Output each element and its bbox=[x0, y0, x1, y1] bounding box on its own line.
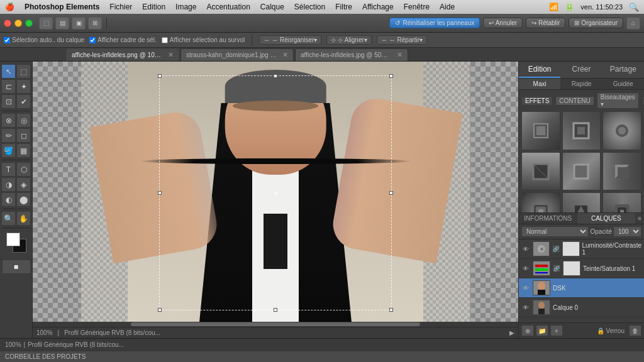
dodge-tool[interactable]: ◐ bbox=[1, 192, 16, 207]
doc-tab-0[interactable]: affiche-les-infideles.png @ 100% (DSK, R… bbox=[66, 48, 179, 61]
reset-panels-button[interactable]: ↺Réinitialiser les panneaux bbox=[389, 18, 480, 28]
quick-mask-btn[interactable]: 🔲 bbox=[2, 260, 31, 274]
effect-thumb-8[interactable] bbox=[562, 192, 601, 212]
distribute-button[interactable]: ↔↔ Répartir▾ bbox=[377, 35, 427, 45]
redo-button[interactable]: ↪ Rétablir bbox=[526, 18, 565, 28]
marquee-tool[interactable]: ⬚ bbox=[16, 64, 31, 79]
horizontal-scrollbar[interactable] bbox=[33, 322, 518, 327]
brush-tool[interactable]: ✏ bbox=[1, 128, 16, 143]
tool-separator-1 bbox=[3, 111, 30, 111]
delete-layer-button[interactable]: 🗑 bbox=[629, 325, 641, 336]
home-icon[interactable]: ⌂ bbox=[626, 17, 640, 30]
reorganize-button[interactable]: ↔↔ Réorganiser▾ bbox=[259, 35, 321, 45]
sub-tab-guidee[interactable]: Guidée bbox=[602, 79, 644, 89]
menu-fichier[interactable]: Fichier bbox=[109, 3, 132, 11]
show-selection-hover-checkbox[interactable]: Afficher sélection au survol bbox=[162, 36, 245, 43]
auto-select-layer-checkbox[interactable]: Sélection auto.. du calque bbox=[4, 36, 84, 43]
layer-visibility-1[interactable]: 👁 bbox=[521, 264, 530, 273]
close-button[interactable] bbox=[4, 19, 11, 27]
foreground-color-swatch[interactable] bbox=[6, 233, 20, 246]
color-swatches[interactable] bbox=[6, 233, 26, 253]
crop-tool[interactable]: ⊡ bbox=[1, 94, 16, 109]
calques-tab[interactable]: CALQUES bbox=[577, 213, 636, 224]
gradient-tool[interactable]: ▦ bbox=[16, 143, 31, 158]
new-layer-button[interactable]: + bbox=[550, 325, 563, 336]
sharpen-tool[interactable]: ◈ bbox=[16, 177, 31, 192]
layer-visibility-3[interactable]: 👁 bbox=[521, 303, 530, 312]
layer-item-0[interactable]: 👁 ☀ 🔗 Luminosité/Contraste 1 bbox=[519, 239, 644, 259]
magic-wand-tool[interactable]: ✦ bbox=[16, 79, 31, 94]
biseautages-dropdown[interactable]: Biseautages ▾ bbox=[597, 92, 639, 109]
align-button[interactable]: ⊹⊹ Aligner▾ bbox=[326, 35, 371, 45]
paint-bucket-tool[interactable]: 🪣 bbox=[1, 143, 16, 158]
statusbar-right-arrow[interactable]: ▶ bbox=[509, 329, 514, 336]
informations-tab[interactable]: INFORMATIONS bbox=[519, 213, 577, 224]
toolbar-icon-4[interactable]: ⊞ bbox=[88, 17, 102, 30]
menu-aide[interactable]: Aide bbox=[440, 3, 455, 11]
burn-tool[interactable]: ⬤ bbox=[16, 192, 31, 207]
layer-visibility-0[interactable]: 👁 bbox=[521, 244, 530, 253]
layers-panel-options[interactable]: ≡ bbox=[635, 213, 644, 224]
effect-thumb-6[interactable] bbox=[602, 152, 641, 191]
menu-filtre[interactable]: Filtre bbox=[335, 3, 352, 11]
menu-accentuation[interactable]: Accentuation bbox=[206, 3, 250, 11]
toolbar-icon-1[interactable]: ⬚ bbox=[39, 17, 53, 30]
menu-selection[interactable]: Sélection bbox=[294, 3, 325, 11]
zoom-tool[interactable]: 🔍 bbox=[1, 211, 16, 226]
red-eye-tool[interactable]: ◎ bbox=[16, 113, 31, 128]
layer-visibility-2[interactable]: 👁 bbox=[521, 283, 530, 292]
layer-item-2[interactable]: 👁 DSK bbox=[519, 278, 644, 298]
new-group-button[interactable]: 📁 bbox=[536, 325, 548, 336]
toolbar-icon-3[interactable]: ▣ bbox=[72, 17, 86, 30]
eraser-tool[interactable]: ◻ bbox=[16, 128, 31, 143]
effect-thumb-1[interactable] bbox=[521, 111, 560, 150]
effect-thumb-5[interactable] bbox=[562, 152, 601, 191]
layer-link-1[interactable]: 🔗 bbox=[553, 265, 560, 272]
effect-thumb-3[interactable] bbox=[602, 111, 641, 150]
shape-tool[interactable]: ⬡ bbox=[16, 162, 31, 177]
organizer-button[interactable]: ⊞ Organisateur bbox=[569, 18, 623, 28]
menu-edition[interactable]: Edition bbox=[142, 3, 165, 11]
lasso-tool[interactable]: ⊏ bbox=[1, 79, 16, 94]
effect-thumb-4[interactable] bbox=[521, 152, 560, 191]
opacity-select[interactable]: 100% bbox=[613, 226, 641, 237]
doc-tab-1[interactable]: strauss-kahn_dominique1.jpg @ 100% (Calq… bbox=[180, 48, 294, 61]
effect-thumb-2[interactable] bbox=[562, 111, 601, 150]
maximize-button[interactable] bbox=[25, 19, 33, 27]
eyedropper-tool[interactable]: ✔ bbox=[16, 94, 31, 109]
minimize-button[interactable] bbox=[14, 19, 22, 27]
tab-close-2[interactable]: ✕ bbox=[397, 51, 402, 59]
menu-affichage[interactable]: Affichage bbox=[362, 3, 394, 11]
layer-item-1[interactable]: 👁 🔗 Teinte/Saturation 1 bbox=[519, 259, 644, 278]
content-tab[interactable]: CONTENU bbox=[555, 96, 594, 106]
effects-tab[interactable]: EFFETS bbox=[521, 96, 553, 106]
toolbar-icon-2[interactable]: ▤ bbox=[55, 17, 69, 30]
sub-tab-maxi[interactable]: Maxi bbox=[519, 79, 560, 89]
search-icon[interactable]: 🔍 bbox=[629, 3, 639, 12]
apple-menu[interactable]: 🍎 bbox=[5, 3, 14, 11]
effect-thumb-7[interactable] bbox=[521, 192, 560, 212]
tab-close-0[interactable]: ✕ bbox=[168, 51, 174, 59]
menu-calque[interactable]: Calque bbox=[260, 3, 284, 11]
hand-tool[interactable]: ✋ bbox=[16, 211, 31, 226]
text-tool[interactable]: T bbox=[1, 162, 16, 177]
menu-fenetre[interactable]: Fenêtre bbox=[404, 3, 430, 11]
new-adjustment-layer-button[interactable]: ⊕ bbox=[521, 325, 534, 336]
undo-button[interactable]: ↩ Annuler bbox=[483, 18, 523, 28]
blur-tool[interactable]: ◑ bbox=[1, 177, 16, 192]
tab-partage[interactable]: Partage bbox=[602, 62, 644, 78]
sub-tab-rapide[interactable]: Rapide bbox=[560, 79, 602, 89]
effect-thumb-9[interactable] bbox=[602, 192, 641, 212]
spot-healing-tool[interactable]: ⊗ bbox=[1, 113, 16, 128]
canvas-content[interactable]: + bbox=[33, 62, 518, 338]
tab-edition[interactable]: Edition bbox=[519, 62, 560, 78]
tab-creer[interactable]: Créer bbox=[560, 62, 602, 78]
tab-close-1[interactable]: ✕ bbox=[282, 51, 288, 59]
layer-link-0[interactable]: 🔗 bbox=[552, 245, 560, 253]
doc-tab-2[interactable]: affiche-les-infideles.jpg @ 50% (RVB/8*)… bbox=[295, 48, 408, 61]
menu-image[interactable]: Image bbox=[175, 3, 196, 11]
move-tool[interactable]: ↖ bbox=[1, 64, 16, 79]
show-selection-frame-checkbox[interactable]: Afficher cadre de sél. bbox=[89, 36, 157, 43]
layer-item-3[interactable]: 👁 Calque 0 bbox=[519, 298, 644, 317]
blend-mode-select[interactable]: Normal bbox=[521, 226, 589, 237]
